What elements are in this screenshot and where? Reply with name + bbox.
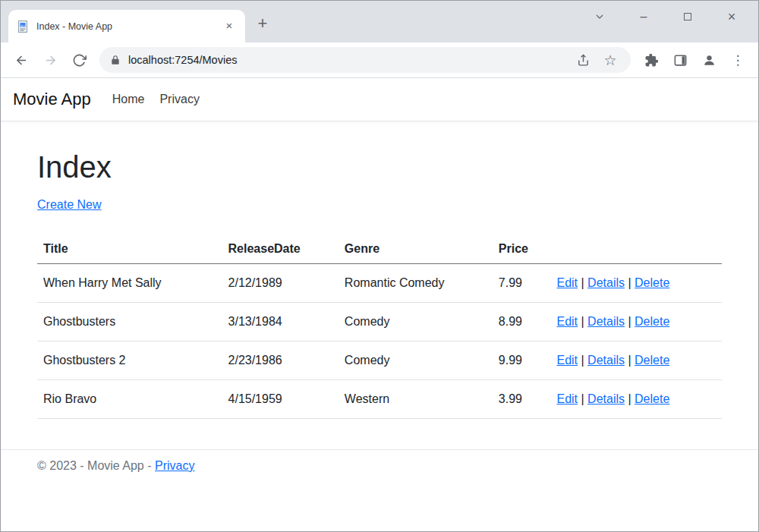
nav-link-home[interactable]: Home [112,93,145,106]
header-actions [550,235,722,264]
action-separator: | [625,276,635,289]
cell-genre: Comedy [339,303,493,342]
header-row: Title ReleaseDate Genre Price [37,235,722,264]
details-link[interactable]: Details [587,276,625,289]
cell-title: Rio Bravo [37,380,222,419]
browser-toolbar: localhost:7254/Movies ☆ ⋮ [1,42,758,78]
new-tab-button[interactable]: + [253,14,272,33]
cell-actions: Edit | Details | Delete [550,303,722,342]
browser-window: Index - Movie App × + – × localhost:72 [0,0,759,532]
table-row: When Harry Met Sally 2/12/1989 Romantic … [37,264,722,303]
main-content: Index Create New Title ReleaseDate Genre… [1,121,758,419]
cell-price: 3.99 [493,380,551,419]
tab-favicon-icon [17,20,30,33]
details-link[interactable]: Details [587,392,625,405]
window-maximize-button[interactable] [666,5,710,28]
brand-link[interactable]: Movie App [13,90,91,109]
delete-link[interactable]: Delete [635,354,669,367]
menu-kebab-icon[interactable]: ⋮ [725,47,751,73]
action-separator: | [625,354,635,367]
tab-close-icon[interactable]: × [222,20,236,33]
share-icon[interactable] [573,50,593,70]
cell-release-date: 2/23/1986 [222,342,339,380]
bookmark-star-icon[interactable]: ☆ [600,50,620,70]
nav-link-privacy[interactable]: Privacy [159,93,199,106]
movies-table-head: Title ReleaseDate Genre Price [37,235,722,264]
delete-link[interactable]: Delete [635,392,669,405]
action-separator: | [578,315,587,328]
table-row: Ghostbusters 3/13/1984 Comedy 8.99 Edit … [37,303,722,342]
cell-actions: Edit | Details | Delete [550,264,722,303]
site-footer: © 2023 - Movie App - Privacy [1,449,758,482]
cell-genre: Comedy [339,342,493,380]
cell-title: Ghostbusters 2 [37,342,222,380]
details-link[interactable]: Details [587,315,625,328]
action-separator: | [578,392,587,405]
window-minimize-button[interactable]: – [622,5,666,28]
url-text: localhost:7254/Movies [128,54,565,66]
window-controls: – × [578,5,754,28]
delete-link[interactable]: Delete [635,315,669,328]
movies-table: Title ReleaseDate Genre Price When Harry… [37,235,722,419]
create-new-link[interactable]: Create New [37,198,101,211]
edit-link[interactable]: Edit [556,392,578,405]
cell-price: 8.99 [493,303,551,342]
edit-link[interactable]: Edit [556,354,578,367]
header-price: Price [493,235,551,264]
cell-title: When Harry Met Sally [37,264,222,303]
browser-tab[interactable]: Index - Movie App × [8,10,245,42]
cell-actions: Edit | Details | Delete [550,380,722,419]
action-separator: | [578,354,587,367]
back-button[interactable] [8,47,34,73]
site-navbar: Movie App Home Privacy [1,78,758,121]
lock-icon [110,55,121,65]
header-genre: Genre [339,235,493,264]
tab-strip: Index - Movie App × + – × [1,1,758,42]
header-title: Title [37,235,222,264]
side-panel-icon[interactable] [667,47,693,73]
cell-title: Ghostbusters [37,303,222,342]
cell-genre: Romantic Comedy [339,264,493,303]
extensions-puzzle-icon[interactable] [638,47,664,73]
cell-price: 9.99 [493,342,551,380]
page-title: Index [37,150,722,184]
cell-release-date: 2/12/1989 [222,264,339,303]
edit-link[interactable]: Edit [556,315,578,328]
tab-title: Index - Movie App [36,21,216,32]
cell-genre: Western [339,380,493,419]
cell-price: 7.99 [493,264,551,303]
chevron-down-icon[interactable] [578,5,622,28]
reload-button[interactable] [66,47,92,73]
action-separator: | [578,276,587,289]
forward-button[interactable] [37,47,63,73]
cell-actions: Edit | Details | Delete [550,342,722,380]
movies-table-body: When Harry Met Sally 2/12/1989 Romantic … [37,264,722,419]
cell-release-date: 3/13/1984 [222,303,339,342]
window-close-button[interactable]: × [710,5,754,28]
table-row: Rio Bravo 4/15/1959 Western 3.99 Edit | … [37,380,722,419]
maximize-icon [684,13,691,20]
cell-release-date: 4/15/1959 [222,380,339,419]
edit-link[interactable]: Edit [556,276,578,289]
table-row: Ghostbusters 2 2/23/1986 Comedy 9.99 Edi… [37,342,722,380]
profile-avatar-icon[interactable] [696,47,722,73]
action-separator: | [625,392,635,405]
copyright-text: © 2023 - Movie App - [37,459,152,472]
address-bar[interactable]: localhost:7254/Movies ☆ [99,47,631,73]
header-release-date: ReleaseDate [222,235,339,264]
delete-link[interactable]: Delete [635,276,669,289]
footer-privacy-link[interactable]: Privacy [155,459,194,472]
details-link[interactable]: Details [587,354,625,367]
action-separator: | [625,315,635,328]
